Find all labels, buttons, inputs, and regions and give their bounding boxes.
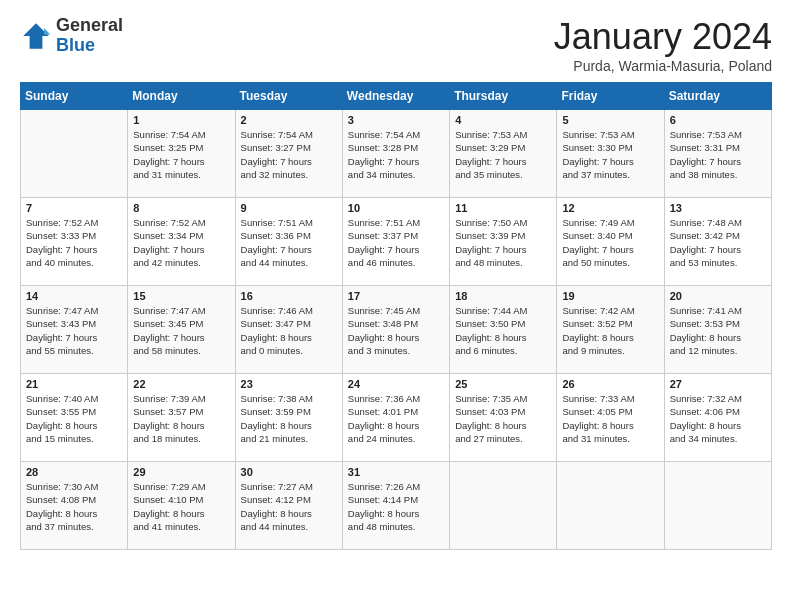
day-number: 28	[26, 466, 122, 478]
column-header-wednesday: Wednesday	[342, 83, 449, 110]
calendar-cell: 20Sunrise: 7:41 AMSunset: 3:53 PMDayligh…	[664, 286, 771, 374]
header-row: SundayMondayTuesdayWednesdayThursdayFrid…	[21, 83, 772, 110]
day-number: 12	[562, 202, 658, 214]
calendar-cell: 14Sunrise: 7:47 AMSunset: 3:43 PMDayligh…	[21, 286, 128, 374]
day-number: 29	[133, 466, 229, 478]
calendar-cell: 16Sunrise: 7:46 AMSunset: 3:47 PMDayligh…	[235, 286, 342, 374]
day-info: Sunrise: 7:54 AMSunset: 3:25 PMDaylight:…	[133, 128, 229, 181]
day-number: 14	[26, 290, 122, 302]
day-info: Sunrise: 7:29 AMSunset: 4:10 PMDaylight:…	[133, 480, 229, 533]
day-info: Sunrise: 7:30 AMSunset: 4:08 PMDaylight:…	[26, 480, 122, 533]
calendar-cell: 27Sunrise: 7:32 AMSunset: 4:06 PMDayligh…	[664, 374, 771, 462]
day-info: Sunrise: 7:45 AMSunset: 3:48 PMDaylight:…	[348, 304, 444, 357]
calendar-cell: 5Sunrise: 7:53 AMSunset: 3:30 PMDaylight…	[557, 110, 664, 198]
month-title: January 2024	[554, 16, 772, 58]
day-number: 8	[133, 202, 229, 214]
calendar-cell: 8Sunrise: 7:52 AMSunset: 3:34 PMDaylight…	[128, 198, 235, 286]
day-number: 9	[241, 202, 337, 214]
logo-icon	[20, 20, 52, 52]
calendar-cell: 3Sunrise: 7:54 AMSunset: 3:28 PMDaylight…	[342, 110, 449, 198]
day-info: Sunrise: 7:46 AMSunset: 3:47 PMDaylight:…	[241, 304, 337, 357]
day-info: Sunrise: 7:54 AMSunset: 3:28 PMDaylight:…	[348, 128, 444, 181]
calendar-cell: 17Sunrise: 7:45 AMSunset: 3:48 PMDayligh…	[342, 286, 449, 374]
day-info: Sunrise: 7:36 AMSunset: 4:01 PMDaylight:…	[348, 392, 444, 445]
logo-blue-text: Blue	[56, 36, 123, 56]
day-number: 15	[133, 290, 229, 302]
day-info: Sunrise: 7:41 AMSunset: 3:53 PMDaylight:…	[670, 304, 766, 357]
calendar-cell: 9Sunrise: 7:51 AMSunset: 3:36 PMDaylight…	[235, 198, 342, 286]
day-number: 11	[455, 202, 551, 214]
calendar-cell: 1Sunrise: 7:54 AMSunset: 3:25 PMDaylight…	[128, 110, 235, 198]
page-header: General Blue January 2024 Purda, Warmia-…	[20, 16, 772, 74]
day-number: 16	[241, 290, 337, 302]
day-number: 5	[562, 114, 658, 126]
day-info: Sunrise: 7:49 AMSunset: 3:40 PMDaylight:…	[562, 216, 658, 269]
location: Purda, Warmia-Masuria, Poland	[554, 58, 772, 74]
calendar-cell: 15Sunrise: 7:47 AMSunset: 3:45 PMDayligh…	[128, 286, 235, 374]
day-info: Sunrise: 7:42 AMSunset: 3:52 PMDaylight:…	[562, 304, 658, 357]
week-row-3: 14Sunrise: 7:47 AMSunset: 3:43 PMDayligh…	[21, 286, 772, 374]
day-number: 17	[348, 290, 444, 302]
calendar-cell: 13Sunrise: 7:48 AMSunset: 3:42 PMDayligh…	[664, 198, 771, 286]
day-number: 13	[670, 202, 766, 214]
calendar-cell: 25Sunrise: 7:35 AMSunset: 4:03 PMDayligh…	[450, 374, 557, 462]
calendar-cell	[450, 462, 557, 550]
day-info: Sunrise: 7:53 AMSunset: 3:30 PMDaylight:…	[562, 128, 658, 181]
column-header-monday: Monday	[128, 83, 235, 110]
week-row-2: 7Sunrise: 7:52 AMSunset: 3:33 PMDaylight…	[21, 198, 772, 286]
day-info: Sunrise: 7:51 AMSunset: 3:37 PMDaylight:…	[348, 216, 444, 269]
day-number: 7	[26, 202, 122, 214]
day-number: 27	[670, 378, 766, 390]
calendar-cell: 29Sunrise: 7:29 AMSunset: 4:10 PMDayligh…	[128, 462, 235, 550]
day-number: 24	[348, 378, 444, 390]
calendar-cell	[664, 462, 771, 550]
calendar-cell: 28Sunrise: 7:30 AMSunset: 4:08 PMDayligh…	[21, 462, 128, 550]
svg-marker-0	[23, 23, 49, 49]
day-info: Sunrise: 7:26 AMSunset: 4:14 PMDaylight:…	[348, 480, 444, 533]
day-number: 22	[133, 378, 229, 390]
column-header-sunday: Sunday	[21, 83, 128, 110]
calendar-cell: 4Sunrise: 7:53 AMSunset: 3:29 PMDaylight…	[450, 110, 557, 198]
day-info: Sunrise: 7:51 AMSunset: 3:36 PMDaylight:…	[241, 216, 337, 269]
logo-text: General Blue	[56, 16, 123, 56]
week-row-5: 28Sunrise: 7:30 AMSunset: 4:08 PMDayligh…	[21, 462, 772, 550]
day-info: Sunrise: 7:33 AMSunset: 4:05 PMDaylight:…	[562, 392, 658, 445]
calendar-cell: 21Sunrise: 7:40 AMSunset: 3:55 PMDayligh…	[21, 374, 128, 462]
calendar-cell: 19Sunrise: 7:42 AMSunset: 3:52 PMDayligh…	[557, 286, 664, 374]
calendar-cell: 26Sunrise: 7:33 AMSunset: 4:05 PMDayligh…	[557, 374, 664, 462]
day-info: Sunrise: 7:54 AMSunset: 3:27 PMDaylight:…	[241, 128, 337, 181]
day-number: 6	[670, 114, 766, 126]
day-info: Sunrise: 7:52 AMSunset: 3:34 PMDaylight:…	[133, 216, 229, 269]
day-info: Sunrise: 7:27 AMSunset: 4:12 PMDaylight:…	[241, 480, 337, 533]
day-info: Sunrise: 7:47 AMSunset: 3:43 PMDaylight:…	[26, 304, 122, 357]
day-number: 30	[241, 466, 337, 478]
day-number: 18	[455, 290, 551, 302]
calendar-cell: 18Sunrise: 7:44 AMSunset: 3:50 PMDayligh…	[450, 286, 557, 374]
day-info: Sunrise: 7:47 AMSunset: 3:45 PMDaylight:…	[133, 304, 229, 357]
column-header-friday: Friday	[557, 83, 664, 110]
day-info: Sunrise: 7:53 AMSunset: 3:31 PMDaylight:…	[670, 128, 766, 181]
calendar-cell: 2Sunrise: 7:54 AMSunset: 3:27 PMDaylight…	[235, 110, 342, 198]
calendar-cell: 30Sunrise: 7:27 AMSunset: 4:12 PMDayligh…	[235, 462, 342, 550]
day-number: 19	[562, 290, 658, 302]
day-number: 1	[133, 114, 229, 126]
day-number: 26	[562, 378, 658, 390]
day-number: 2	[241, 114, 337, 126]
day-info: Sunrise: 7:52 AMSunset: 3:33 PMDaylight:…	[26, 216, 122, 269]
day-info: Sunrise: 7:39 AMSunset: 3:57 PMDaylight:…	[133, 392, 229, 445]
day-info: Sunrise: 7:44 AMSunset: 3:50 PMDaylight:…	[455, 304, 551, 357]
logo-general-text: General	[56, 16, 123, 36]
calendar-cell: 7Sunrise: 7:52 AMSunset: 3:33 PMDaylight…	[21, 198, 128, 286]
week-row-1: 1Sunrise: 7:54 AMSunset: 3:25 PMDaylight…	[21, 110, 772, 198]
day-info: Sunrise: 7:40 AMSunset: 3:55 PMDaylight:…	[26, 392, 122, 445]
day-number: 10	[348, 202, 444, 214]
day-number: 4	[455, 114, 551, 126]
day-info: Sunrise: 7:53 AMSunset: 3:29 PMDaylight:…	[455, 128, 551, 181]
day-number: 20	[670, 290, 766, 302]
day-number: 21	[26, 378, 122, 390]
column-header-tuesday: Tuesday	[235, 83, 342, 110]
calendar-cell: 12Sunrise: 7:49 AMSunset: 3:40 PMDayligh…	[557, 198, 664, 286]
column-header-saturday: Saturday	[664, 83, 771, 110]
calendar-cell: 31Sunrise: 7:26 AMSunset: 4:14 PMDayligh…	[342, 462, 449, 550]
logo: General Blue	[20, 16, 123, 56]
